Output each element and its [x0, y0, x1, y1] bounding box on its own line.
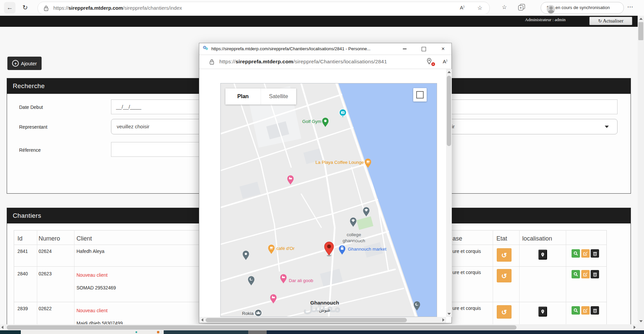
edit-button[interactable]	[581, 249, 590, 258]
poi-label-college-1[interactable]: college	[347, 232, 361, 237]
cell-client-new[interactable]: Nouveau client	[76, 272, 108, 278]
delete-button[interactable]	[591, 306, 599, 315]
table-divider	[37, 230, 37, 334]
google-map[interactable]: Plan Satellite	[220, 83, 437, 317]
edit-button[interactable]	[581, 270, 590, 278]
col-etat: Etat	[496, 235, 507, 242]
location-blocked-icon[interactable]: ×	[427, 58, 434, 65]
taskbar-window-preview[interactable]	[21, 330, 164, 334]
cell-id: 2839	[17, 306, 28, 311]
popup-title-text: https://sirepprefa.mtderp.com/sirepprefa…	[211, 46, 399, 51]
lock-icon	[44, 5, 48, 11]
map-type-tabs: Plan Satellite	[225, 88, 296, 105]
minimize-button[interactable]	[397, 43, 412, 55]
cell-phase: ure et corquis	[452, 249, 481, 254]
site-favicon: ⚙⚙	[203, 46, 209, 52]
poi-label-golf-gym[interactable]: Golf Gym	[302, 119, 321, 124]
favorites-bar-icon[interactable]: ☆	[502, 4, 507, 11]
plus-circle-icon: +	[12, 60, 19, 67]
scrollbar-corner	[638, 324, 644, 330]
etat-undo-button[interactable]: ↺	[497, 269, 512, 282]
close-button[interactable]: ×	[435, 43, 451, 55]
poi-label-ghannouch-market[interactable]: Ghannouch market	[348, 247, 386, 252]
cell-phase: ure et corquis	[452, 270, 481, 275]
table-divider	[493, 230, 493, 334]
trash-icon	[593, 251, 597, 256]
cell-id: 2840	[17, 271, 28, 276]
edit-button[interactable]	[581, 306, 590, 315]
edit-icon	[583, 308, 588, 313]
delete-button[interactable]	[591, 270, 599, 278]
col-numero: Numero	[39, 235, 60, 242]
popup-horizontal-scrollbar[interactable]	[200, 317, 446, 323]
browser-toolbar: ← ↻ https://sirepprefa.mtderp.com/sirepp…	[0, 0, 644, 16]
view-button[interactable]	[572, 306, 580, 315]
popup-vertical-scrollbar[interactable]	[446, 69, 452, 317]
map-pin-icon	[541, 309, 544, 315]
view-button[interactable]	[572, 270, 580, 278]
profile-avatar	[547, 5, 555, 13]
cell-client-new[interactable]: Nouveau client	[76, 308, 108, 313]
read-aloud-icon[interactable]: A⁾	[443, 59, 447, 65]
col-localisation: localisation	[522, 235, 552, 242]
windows-taskbar[interactable]	[0, 330, 644, 334]
col-id: Id	[17, 235, 22, 242]
reference-label: Réference	[19, 147, 41, 153]
refresh-icon[interactable]: ↻	[19, 2, 31, 13]
back-icon[interactable]: ←	[4, 2, 15, 13]
actualiser-button[interactable]: ↻Actualiser	[589, 17, 632, 25]
browser-menu-icon[interactable]: ⋯	[627, 3, 633, 10]
collections-icon[interactable]: +	[518, 4, 525, 10]
tab-satellite[interactable]: Satellite	[261, 88, 296, 105]
page-horizontal-scrollbar[interactable]	[0, 324, 638, 330]
cell-client-detail: SOMAD 29532469	[76, 285, 116, 290]
sync-status-pill[interactable]: Pas en cours de synchronisation	[541, 2, 624, 14]
cell-phase: ure et corquis	[452, 306, 481, 311]
cell-numero: 02624	[39, 249, 52, 254]
cell-numero: 02623	[39, 271, 52, 276]
etat-undo-button[interactable]: ↺	[497, 248, 512, 262]
taskbar-icon	[136, 331, 137, 333]
representant-label: Representant	[19, 124, 47, 130]
poi-label-cafe-dor[interactable]: café d'Or	[276, 246, 295, 251]
map-pin-icon	[541, 252, 544, 258]
view-button[interactable]	[572, 249, 580, 258]
poi-label-la-playa[interactable]: La Playa Coffee Lounge	[315, 160, 364, 165]
poi-label-rokia[interactable]: Rokia	[242, 311, 254, 316]
cell-id: 2841	[17, 249, 28, 254]
add-favorite-icon[interactable]: ☆	[477, 4, 482, 11]
delete-button[interactable]	[591, 249, 599, 258]
tab-plan[interactable]: Plan	[225, 88, 261, 105]
marker-rokia-mosque[interactable]	[255, 310, 262, 317]
maximize-button[interactable]	[416, 43, 431, 55]
representant-value: veuillez choisir	[117, 124, 150, 129]
sync-status-text: Pas en cours de synchronisation	[547, 5, 610, 10]
table-divider	[74, 230, 74, 334]
cell-client: Hafedh Aleya	[76, 249, 104, 254]
date-placeholder: __/__/____	[116, 104, 141, 110]
popup-title-bar[interactable]: ⚙⚙ https://sirepprefa.mtderp.com/sireppr…	[199, 43, 451, 55]
poi-label-college-2[interactable]: ghannouch	[343, 238, 365, 243]
col-client: Client	[76, 235, 92, 242]
city-label: Ghannouch	[310, 300, 339, 306]
taskbar-segment	[248, 330, 267, 334]
page-vertical-scrollbar[interactable]	[638, 16, 644, 324]
popup-url-text: https://sirepprefa.mtderp.com/sirepprefa…	[219, 59, 387, 65]
localisation-popup-window: ⚙⚙ https://sirepprefa.mtderp.com/sireppr…	[199, 43, 452, 323]
address-bar[interactable]: https://sirepprefa.mtderp.com/sirepprefa…	[38, 2, 490, 15]
taskbar-segment	[164, 330, 248, 334]
fullscreen-button[interactable]	[413, 88, 427, 102]
poi-label-dar-ali-goob[interactable]: Dar ali goob	[289, 278, 313, 283]
popup-address-bar[interactable]: https://sirepprefa.mtderp.com/sirepprefa…	[199, 55, 451, 69]
search-icon	[574, 272, 578, 276]
date-debut-label: Date Debut	[19, 105, 43, 110]
trash-icon	[593, 308, 597, 313]
ajouter-button[interactable]: + Ajouter	[7, 57, 42, 70]
read-aloud-icon[interactable]: A⁾	[460, 5, 465, 11]
chevron-down-icon	[605, 126, 609, 128]
edit-icon	[583, 272, 588, 276]
taskbar-segment	[0, 330, 21, 334]
etat-undo-button[interactable]: ↺	[497, 305, 512, 319]
localisation-pin-button[interactable]	[538, 250, 547, 260]
localisation-pin-button[interactable]	[538, 307, 547, 317]
